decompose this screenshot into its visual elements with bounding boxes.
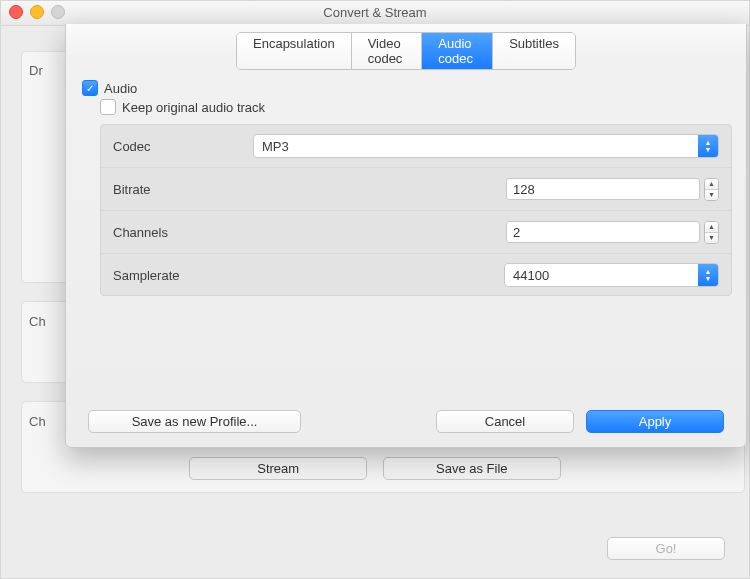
audio-form: Codec MP3 ▲▼ Bitrate ▲ ▼ [100, 124, 732, 296]
keep-original-label: Keep original audio track [122, 100, 265, 115]
go-button: Go! [607, 537, 725, 560]
keep-original-checkbox[interactable] [100, 99, 116, 115]
samplerate-label: Samplerate [113, 268, 253, 283]
keep-original-row: Keep original audio track [100, 99, 265, 115]
bitrate-input[interactable] [506, 178, 700, 200]
cancel-button[interactable]: Cancel [436, 410, 574, 433]
save-as-new-profile-button[interactable]: Save as new Profile... [88, 410, 301, 433]
codec-value: MP3 [262, 139, 289, 154]
close-icon[interactable] [9, 5, 23, 19]
chevron-up-down-icon: ▲▼ [698, 135, 718, 157]
minimize-icon[interactable] [30, 5, 44, 19]
audio-enable-label: Audio [104, 81, 137, 96]
chevron-down-icon: ▼ [705, 190, 718, 200]
bg-label-1: Dr [29, 63, 43, 78]
tab-subtitles[interactable]: Subtitles [493, 33, 575, 69]
bg-label-3: Ch [29, 414, 46, 429]
samplerate-value: 44100 [513, 268, 549, 283]
codec-label: Codec [113, 139, 253, 154]
audio-enable-checkbox[interactable]: ✓ [82, 80, 98, 96]
tab-video-codec[interactable]: Video codec [352, 33, 423, 69]
window-title: Convert & Stream [323, 5, 426, 20]
window-titlebar: Convert & Stream [1, 1, 749, 26]
row-codec: Codec MP3 ▲▼ [101, 125, 731, 168]
channels-input[interactable] [506, 221, 700, 243]
audio-enable-row: ✓ Audio [82, 80, 137, 96]
samplerate-select[interactable]: 44100 ▲▼ [504, 263, 719, 287]
row-channels: Channels ▲ ▼ [101, 211, 731, 254]
back-bottom-buttons: Stream Save as File [1, 457, 749, 480]
bitrate-label: Bitrate [113, 182, 253, 197]
bg-label-2: Ch [29, 314, 46, 329]
tab-audio-codec[interactable]: Audio codec [422, 33, 493, 69]
row-samplerate: Samplerate 44100 ▲▼ [101, 254, 731, 296]
stream-button[interactable]: Stream [189, 457, 367, 480]
bitrate-stepper[interactable]: ▲ ▼ [704, 178, 719, 201]
sheet-footer: Save as new Profile... Cancel Apply [82, 410, 730, 433]
save-as-file-button[interactable]: Save as File [383, 457, 561, 480]
chevron-down-icon: ▼ [705, 233, 718, 243]
channels-label: Channels [113, 225, 253, 240]
traffic-lights [9, 5, 65, 19]
channels-stepper[interactable]: ▲ ▼ [704, 221, 719, 244]
row-bitrate: Bitrate ▲ ▼ [101, 168, 731, 211]
chevron-up-icon: ▲ [705, 179, 718, 190]
codec-tabs: Encapsulation Video codec Audio codec Su… [236, 32, 576, 70]
chevron-up-down-icon: ▲▼ [698, 264, 718, 286]
apply-button[interactable]: Apply [586, 410, 724, 433]
profile-edit-sheet: Encapsulation Video codec Audio codec Su… [65, 24, 747, 448]
tab-encapsulation[interactable]: Encapsulation [237, 33, 352, 69]
codec-select[interactable]: MP3 ▲▼ [253, 134, 719, 158]
zoom-icon [51, 5, 65, 19]
chevron-up-icon: ▲ [705, 222, 718, 233]
